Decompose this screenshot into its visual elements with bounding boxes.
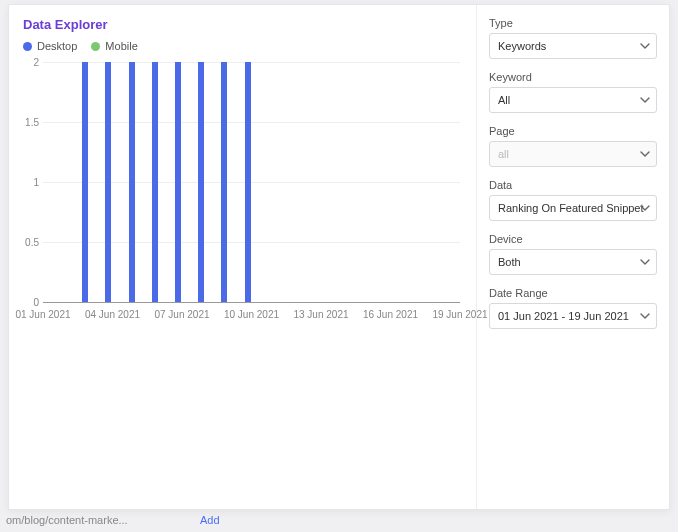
bg-add-link[interactable]: Add [200, 514, 220, 526]
field-date_range: Date Range01 Jun 2021 - 19 Jun 2021 [489, 287, 657, 329]
filters-panel: TypeKeywordsKeywordAllPageallDataRanking… [476, 5, 669, 509]
bar-desktop [198, 62, 204, 302]
bar-group [221, 62, 235, 302]
chevron-down-icon [640, 203, 650, 213]
bar-group [105, 62, 119, 302]
chevron-down-icon [640, 311, 650, 321]
field-type: TypeKeywords [489, 17, 657, 59]
type-select[interactable]: Keywords [489, 33, 657, 59]
select-value: all [498, 148, 509, 160]
select-value: All [498, 94, 510, 106]
bar-group [198, 62, 212, 302]
select-value: Both [498, 256, 521, 268]
bar-desktop [175, 62, 181, 302]
chart-plot-area: 00.511.52 [43, 62, 460, 303]
chevron-down-icon [640, 95, 650, 105]
device-select[interactable]: Both [489, 249, 657, 275]
chart-y-tick-label: 0 [23, 297, 39, 308]
chart-legend: Desktop Mobile [23, 40, 462, 52]
field-label: Device [489, 233, 657, 245]
chevron-down-icon [640, 41, 650, 51]
field-label: Keyword [489, 71, 657, 83]
chart-x-tick-label: 04 Jun 2021 [85, 309, 140, 320]
select-value: Keywords [498, 40, 546, 52]
bar-desktop [82, 62, 88, 302]
legend-label: Desktop [37, 40, 77, 52]
chart-x-tick-label: 19 Jun 2021 [432, 309, 487, 320]
modal-title: Data Explorer [23, 17, 462, 32]
bar-group [129, 62, 143, 302]
field-keyword: KeywordAll [489, 71, 657, 113]
bar-desktop [129, 62, 135, 302]
field-page: Pageall [489, 125, 657, 167]
bar-desktop [221, 62, 227, 302]
field-label: Date Range [489, 287, 657, 299]
chart-plot [43, 62, 460, 302]
legend-item-mobile[interactable]: Mobile [91, 40, 137, 52]
bar-group [152, 62, 166, 302]
legend-swatch-desktop [23, 42, 32, 51]
chart-x-tick-label: 07 Jun 2021 [154, 309, 209, 320]
legend-swatch-mobile [91, 42, 100, 51]
chart-y-tick-label: 1 [23, 177, 39, 188]
select-value: Ranking On Featured Snippet [498, 202, 644, 214]
keyword-select[interactable]: All [489, 87, 657, 113]
legend-item-desktop[interactable]: Desktop [23, 40, 77, 52]
bg-row-url: om/blog/content-marke... [6, 514, 128, 526]
date_range-select[interactable]: 01 Jun 2021 - 19 Jun 2021 [489, 303, 657, 329]
chart-x-axis: 01 Jun 202104 Jun 202107 Jun 202110 Jun … [43, 303, 460, 329]
bar-desktop [105, 62, 111, 302]
bar-group [82, 62, 96, 302]
page-select: all [489, 141, 657, 167]
data-select[interactable]: Ranking On Featured Snippet [489, 195, 657, 221]
field-device: DeviceBoth [489, 233, 657, 275]
bar-desktop [152, 62, 158, 302]
chart-y-tick-label: 0.5 [23, 237, 39, 248]
chevron-down-icon [640, 149, 650, 159]
chart-y-tick-label: 2 [23, 57, 39, 68]
chart-x-tick-label: 01 Jun 2021 [15, 309, 70, 320]
field-data: DataRanking On Featured Snippet [489, 179, 657, 221]
chevron-down-icon [640, 257, 650, 267]
chart-panel: Data Explorer Desktop Mobile 00.511.52 0… [9, 5, 476, 509]
field-label: Type [489, 17, 657, 29]
select-value: 01 Jun 2021 - 19 Jun 2021 [498, 310, 629, 322]
bar-group [245, 62, 259, 302]
chart-x-tick-label: 16 Jun 2021 [363, 309, 418, 320]
field-label: Page [489, 125, 657, 137]
chart-x-tick-label: 13 Jun 2021 [293, 309, 348, 320]
data-explorer-modal: Data Explorer Desktop Mobile 00.511.52 0… [8, 4, 670, 510]
legend-label: Mobile [105, 40, 137, 52]
bar-group [175, 62, 189, 302]
field-label: Data [489, 179, 657, 191]
chart: 00.511.52 01 Jun 202104 Jun 202107 Jun 2… [23, 62, 462, 329]
chart-y-tick-label: 1.5 [23, 117, 39, 128]
bar-desktop [245, 62, 251, 302]
chart-x-tick-label: 10 Jun 2021 [224, 309, 279, 320]
